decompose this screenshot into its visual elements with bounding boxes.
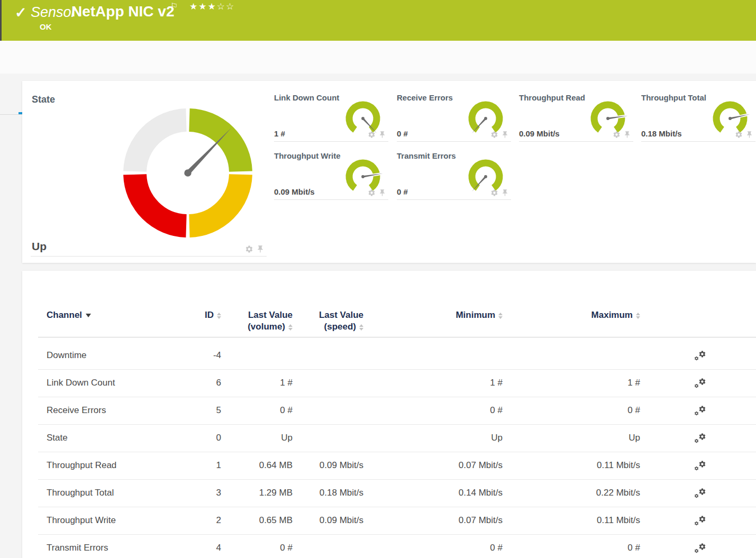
- gauge-value: 0.09 Mbit/s: [274, 187, 315, 196]
- cell-last-value-volume: 0.65 MB: [221, 507, 293, 534]
- gear-icon[interactable]: [490, 131, 498, 139]
- pin-icon[interactable]: [501, 131, 509, 139]
- gauge-panel-throughput-total: Throughput Total 0.18 Mbit/s: [641, 90, 755, 142]
- gear-icon[interactable]: [368, 189, 376, 197]
- cell-channel[interactable]: Receive Errors: [38, 397, 195, 424]
- cell-channel[interactable]: Link Down Count: [38, 370, 195, 397]
- cell-id: 1: [195, 452, 221, 479]
- gauges-card: State Up Link Down Count 1 # Receive Err…: [22, 81, 756, 263]
- column-header-minimum[interactable]: Minimum: [363, 309, 503, 333]
- cell-last-value-volume: 1 #: [221, 370, 293, 397]
- cell-last-value-volume: 0.64 MB: [221, 452, 293, 479]
- channel-settings-gears-icon[interactable]: [694, 378, 707, 389]
- gear-icon[interactable]: [490, 189, 498, 197]
- flag-icon[interactable]: ⚐: [170, 1, 178, 11]
- gauge-value: 0 #: [397, 129, 408, 138]
- pin-icon[interactable]: [378, 131, 386, 139]
- gauge-title: Transmit Errors: [397, 151, 456, 160]
- channel-settings-gears-icon[interactable]: [694, 460, 707, 472]
- gauge-value: 1 #: [274, 129, 285, 138]
- channels-card: ChannelIDLast Value(volume)Last Value(sp…: [22, 271, 756, 558]
- cell-minimum: 0.07 Mbit/s: [363, 452, 503, 479]
- gauge-title: State: [32, 94, 55, 105]
- column-header-maximum[interactable]: Maximum: [503, 309, 640, 333]
- column-header-id[interactable]: ID: [195, 309, 221, 333]
- channel-settings-gears-icon[interactable]: [694, 515, 707, 527]
- gear-icon[interactable]: [613, 131, 621, 139]
- gauge-value: 0 #: [397, 187, 408, 196]
- table-row-throughput-read: Throughput Read 1 0.64 MB 0.09 Mbit/s 0.…: [38, 452, 756, 480]
- state-gauge: [122, 107, 254, 239]
- cell-last-value-volume: [221, 342, 293, 369]
- channel-settings-gears-icon[interactable]: [694, 405, 707, 417]
- column-label: Channel: [47, 310, 82, 320]
- cell-last-value-volume: 0 #: [221, 535, 293, 558]
- cell-maximum: 0 #: [503, 397, 640, 424]
- cell-id: 0: [195, 425, 221, 452]
- channel-settings-gears-icon[interactable]: [694, 350, 707, 362]
- cell-channel[interactable]: Transmit Errors: [38, 535, 195, 558]
- cell-maximum: [503, 342, 640, 369]
- column-label: (speed): [324, 322, 356, 332]
- cell-minimum: [363, 342, 503, 369]
- object-kind-label: Sensor: [31, 4, 76, 21]
- cell-channel[interactable]: Throughput Read: [38, 452, 195, 479]
- cell-channel[interactable]: Throughput Total: [38, 480, 195, 507]
- sort-icon: [498, 313, 503, 319]
- pin-icon[interactable]: [378, 189, 386, 197]
- table-row-state: State 0 Up Up Up: [38, 425, 756, 452]
- column-header-last-value-volume[interactable]: Last Value(volume): [221, 309, 293, 333]
- cell-channel[interactable]: State: [38, 425, 195, 452]
- sort-desc-icon: [86, 314, 91, 317]
- cell-maximum: 0.22 Mbit/s: [503, 480, 640, 507]
- cell-channel[interactable]: Throughput Write: [38, 507, 195, 534]
- cell-last-value-volume: 0 #: [221, 397, 293, 424]
- cell-id: -4: [195, 342, 221, 369]
- sort-icon: [636, 313, 640, 319]
- priority-stars[interactable]: ★★★☆☆: [189, 1, 235, 12]
- gauge-panel-link-down-count: Link Down Count 1 #: [274, 90, 388, 142]
- cell-last-value-volume: Up: [221, 425, 293, 452]
- status-text: OK: [40, 22, 52, 31]
- gauge-title: Throughput Write: [274, 151, 341, 160]
- gear-icon[interactable]: [245, 245, 253, 253]
- pin-icon[interactable]: [501, 189, 509, 197]
- window-edge: [0, 0, 2, 41]
- sensor-title: NetApp NIC v2: [71, 3, 174, 20]
- gauge-title: Throughput Read: [519, 93, 585, 102]
- cell-maximum: Up: [503, 425, 640, 452]
- prtg-sensor-page: ✓ Sensor NetApp NIC v2 ⚐ ★★★☆☆ OK Overvi…: [0, 0, 756, 558]
- gauge-panel-state: State Up: [31, 90, 267, 257]
- pin-icon[interactable]: [256, 245, 265, 253]
- column-label: ID: [205, 310, 214, 320]
- column-header-channel[interactable]: Channel: [38, 309, 195, 333]
- pin-icon[interactable]: [745, 131, 753, 139]
- column-label: Maximum: [591, 310, 633, 320]
- cell-last-value-volume: 1.29 MB: [221, 480, 293, 507]
- table-row-link-down-count: Link Down Count 6 1 # 1 # 1 #: [38, 370, 756, 397]
- gauge-panel-receive-errors: Receive Errors 0 #: [397, 90, 511, 142]
- column-label: (volume): [248, 322, 285, 332]
- cell-last-value-speed: [293, 370, 363, 397]
- gauge-title: Receive Errors: [397, 93, 453, 102]
- cell-id: 6: [195, 370, 221, 397]
- pin-icon[interactable]: [623, 131, 631, 139]
- cell-maximum: 0.11 Mbit/s: [503, 507, 640, 534]
- cell-last-value-speed: [293, 397, 363, 424]
- table-header: ChannelIDLast Value(volume)Last Value(sp…: [38, 309, 756, 337]
- channel-settings-gears-icon[interactable]: [694, 543, 707, 554]
- cell-channel[interactable]: Downtime: [38, 342, 195, 369]
- column-header-last-value-speed[interactable]: Last Value(speed): [293, 309, 363, 333]
- channel-settings-gears-icon[interactable]: [694, 488, 707, 499]
- gauge-panel-throughput-write: Throughput Write 0.09 Mbit/s: [274, 148, 388, 200]
- gear-icon[interactable]: [368, 131, 376, 139]
- channel-settings-gears-icon[interactable]: [694, 433, 707, 444]
- column-label: Last Value: [319, 310, 363, 320]
- cell-last-value-speed: 0.18 Mbit/s: [293, 480, 363, 507]
- cell-minimum: 0.07 Mbit/s: [363, 507, 503, 534]
- cell-minimum: Up: [363, 425, 503, 452]
- table-row-throughput-write: Throughput Write 2 0.65 MB 0.09 Mbit/s 0…: [38, 507, 756, 535]
- cell-last-value-speed: 0.09 Mbit/s: [293, 452, 363, 479]
- gear-icon[interactable]: [735, 131, 743, 139]
- cell-id: 4: [195, 535, 221, 558]
